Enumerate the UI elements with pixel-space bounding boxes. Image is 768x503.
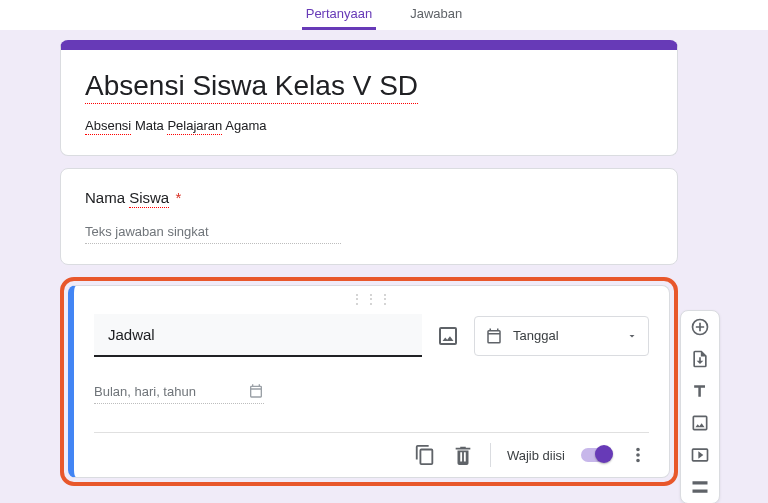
date-placeholder: Bulan, hari, tahun xyxy=(94,384,196,399)
form-title[interactable]: Absensi Siswa Kelas V SD xyxy=(85,70,418,104)
add-image-icon[interactable] xyxy=(690,413,710,433)
annotation-highlight: ⋮⋮⋮ Tanggal Bulan, har xyxy=(60,277,678,486)
required-toggle[interactable] xyxy=(581,448,611,462)
tab-questions[interactable]: Pertanyaan xyxy=(302,6,377,30)
date-answer-preview: Bulan, hari, tahun xyxy=(94,383,264,404)
form-tabs: Pertanyaan Jawaban xyxy=(0,0,768,30)
question-card-name[interactable]: Nama Siswa * Teks jawaban singkat xyxy=(60,168,678,265)
desc-word: Agama xyxy=(225,118,266,133)
import-questions-icon[interactable] xyxy=(690,349,710,369)
question-edit-row: Tanggal xyxy=(94,314,649,357)
question-title-input[interactable] xyxy=(94,314,422,357)
required-asterisk: * xyxy=(175,189,181,206)
question-card-active[interactable]: ⋮⋮⋮ Tanggal Bulan, har xyxy=(68,285,670,478)
question-footer: Wajib diisi xyxy=(94,432,649,467)
desc-word: Mata xyxy=(135,118,164,133)
required-label: Wajib diisi xyxy=(507,448,565,463)
chevron-down-icon xyxy=(626,330,638,342)
label-word: Siswa xyxy=(129,189,169,208)
label-word: Nama xyxy=(85,189,125,206)
more-options-icon[interactable] xyxy=(627,444,649,466)
add-image-icon[interactable] xyxy=(436,324,460,348)
desc-word: Pelajaran xyxy=(167,118,222,135)
question-type-select[interactable]: Tanggal xyxy=(474,316,649,356)
add-video-icon[interactable] xyxy=(690,445,710,465)
duplicate-icon[interactable] xyxy=(414,444,436,466)
drag-handle-icon[interactable]: ⋮⋮⋮ xyxy=(351,292,393,306)
tab-responses[interactable]: Jawaban xyxy=(406,6,466,30)
add-title-icon[interactable] xyxy=(690,381,710,401)
desc-word: Absensi xyxy=(85,118,131,135)
type-label: Tanggal xyxy=(513,328,559,343)
vertical-divider xyxy=(490,443,491,467)
form-canvas: Absensi Siswa Kelas V SD Absensi Mata Pe… xyxy=(0,30,768,486)
form-description[interactable]: Absensi Mata Pelajaran Agama xyxy=(85,118,653,135)
add-section-icon[interactable] xyxy=(690,477,710,497)
calendar-icon xyxy=(248,383,264,399)
short-answer-placeholder: Teks jawaban singkat xyxy=(85,224,341,244)
calendar-icon xyxy=(485,327,503,345)
question-label: Nama Siswa * xyxy=(85,189,653,208)
delete-icon[interactable] xyxy=(452,444,474,466)
add-question-icon[interactable] xyxy=(690,317,710,337)
title-card[interactable]: Absensi Siswa Kelas V SD Absensi Mata Pe… xyxy=(60,40,678,156)
side-toolbar xyxy=(680,310,720,503)
